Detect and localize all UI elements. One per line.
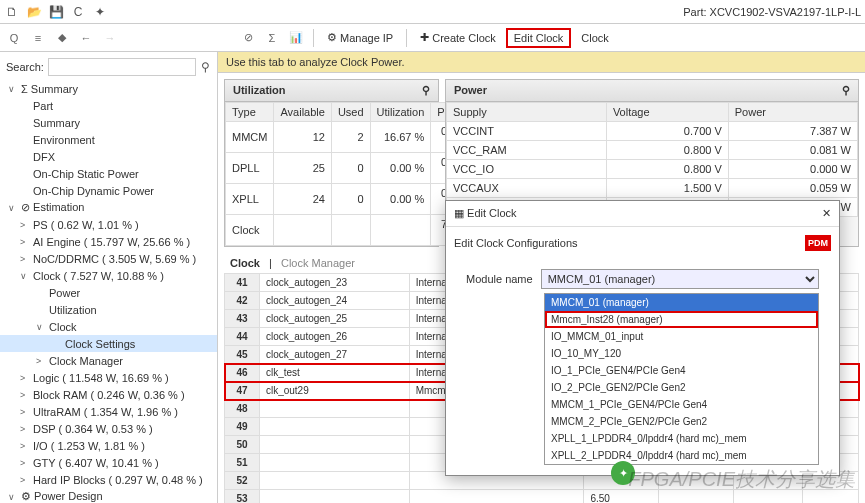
tree-node[interactable]: ∨⊘ Estimation — [0, 199, 217, 216]
search-icon[interactable]: ⚲ — [842, 84, 850, 97]
tree-node[interactable]: ∨Clock — [0, 318, 217, 335]
clock-label: Clock — [575, 30, 615, 46]
edit-clock-dialog: ▦ Edit Clock ✕ Edit Clock Configurations… — [445, 200, 840, 476]
search-input[interactable] — [48, 58, 196, 76]
sidebar: Search: ⚲ ∨Σ SummaryPartSummaryEnvironme… — [0, 52, 218, 503]
tree-node[interactable]: ∨Clock ( 7.527 W, 10.88 % ) — [0, 267, 217, 284]
dialog-title: ▦ Edit Clock — [454, 207, 517, 220]
dropdown-item[interactable]: Mmcm_Inst28 (manager) — [545, 311, 818, 328]
toolbar: Q ≡ ◆ ← → ⊘ Σ 📊 ⚙ Manage IP ✚ Create Clo… — [0, 24, 865, 52]
chart-icon[interactable]: 📊 — [286, 28, 306, 48]
tree-node[interactable]: >Clock Manager — [0, 352, 217, 369]
tree-node[interactable]: ∨⚙ Power Design — [0, 488, 217, 503]
hint-bar: Use this tab to analyze Clock Power. — [218, 52, 865, 73]
pdm-badge: PDM — [805, 235, 831, 251]
search-go-icon[interactable]: ⚲ — [200, 59, 211, 75]
tree-node[interactable]: >Logic ( 11.548 W, 16.69 % ) — [0, 369, 217, 386]
module-name-label: Module name — [466, 273, 533, 285]
tree-node[interactable]: Summary — [0, 114, 217, 131]
dropdown-item[interactable]: MMCM_1_PCIe_GEN4/PCIe Gen4 — [545, 396, 818, 413]
tree-node[interactable]: Power — [0, 284, 217, 301]
tool-icon[interactable]: ✦ — [92, 4, 108, 20]
collapse-icon[interactable]: ◆ — [52, 28, 72, 48]
search-icon[interactable]: ⚲ — [422, 84, 430, 97]
tree-node[interactable]: >Hard IP Blocks ( 0.297 W, 0.48 % ) — [0, 471, 217, 488]
create-clock-button[interactable]: ✚ Create Clock — [414, 29, 502, 46]
tree-node[interactable]: Utilization — [0, 301, 217, 318]
tree-node[interactable]: >DSP ( 0.364 W, 0.53 % ) — [0, 420, 217, 437]
tree-node[interactable]: On-Chip Dynamic Power — [0, 182, 217, 199]
part-label: Part: XCVC1902-VSVA2197-1LP-I-L — [683, 6, 861, 18]
tree-node[interactable]: >PS ( 0.62 W, 1.01 % ) — [0, 216, 217, 233]
tree-node[interactable]: Clock Settings — [0, 335, 217, 352]
forward-icon[interactable]: → — [100, 28, 120, 48]
back-icon[interactable]: ← — [76, 28, 96, 48]
dropdown-item[interactable]: XPLL_2_LPDDR4_0/lpddr4 (hard mc)_mem — [545, 447, 818, 464]
tree-node[interactable]: Environment — [0, 131, 217, 148]
sum-icon[interactable]: Σ — [262, 28, 282, 48]
dropdown-item[interactable]: XPLL_1_LPDDR4_0/lpddr4 (hard mc)_mem — [545, 430, 818, 447]
utilization-table: TypeAvailableUsedUtilizationPowerMMCM122… — [225, 102, 475, 246]
watermark: FPGA/PCIE技术分享选集 — [628, 466, 855, 493]
utilization-panel: Utilization⚲ TypeAvailableUsedUtilizatio… — [224, 79, 439, 247]
tree-node[interactable]: >AI Engine ( 15.797 W, 25.66 % ) — [0, 233, 217, 250]
tree-node[interactable]: On-Chip Static Power — [0, 165, 217, 182]
new-icon[interactable]: 🗋 — [4, 4, 20, 20]
dropdown-item[interactable]: MMCM_01 (manager) — [545, 294, 818, 311]
tree-node[interactable]: >NoC/DDRMC ( 3.505 W, 5.69 % ) — [0, 250, 217, 267]
module-name-select[interactable]: MMCM_01 (manager) — [541, 269, 819, 289]
tree-node[interactable]: DFX — [0, 148, 217, 165]
tree-node[interactable]: >GTY ( 6.407 W, 10.41 % ) — [0, 454, 217, 471]
dropdown-item[interactable]: IO_2_PCIe_GEN2/PCIe Gen2 — [545, 379, 818, 396]
dropdown-item[interactable]: IO_MMCM_01_input — [545, 328, 818, 345]
tree-node[interactable]: Part — [0, 97, 217, 114]
search-label: Search: — [6, 61, 44, 73]
tree-node[interactable]: >UltraRAM ( 1.354 W, 1.96 % ) — [0, 403, 217, 420]
open-icon[interactable]: 📂 — [26, 4, 42, 20]
nav-tree: ∨Σ SummaryPartSummaryEnvironmentDFXOn-Ch… — [0, 78, 217, 503]
edit-clock-button[interactable]: Edit Clock — [506, 28, 572, 48]
close-icon[interactable]: ✕ — [822, 207, 831, 220]
module-dropdown[interactable]: MMCM_01 (manager)Mmcm_Inst28 (manager)IO… — [544, 293, 819, 465]
dropdown-item[interactable]: IO_1_PCIe_GEN4/PCIe Gen4 — [545, 362, 818, 379]
sigma-icon[interactable]: ⊘ — [238, 28, 258, 48]
dropdown-item[interactable]: MMCM_2_PCIe_GEN2/PCIe Gen2 — [545, 413, 818, 430]
manage-ip-button[interactable]: ⚙ Manage IP — [321, 29, 399, 46]
tree-node[interactable]: >Block RAM ( 0.246 W, 0.36 % ) — [0, 386, 217, 403]
dropdown-item[interactable]: IO_10_MY_120 — [545, 345, 818, 362]
refresh-icon[interactable]: C — [70, 4, 86, 20]
top-menubar: 🗋 📂 💾 C ✦ Part: XCVC1902-VSVA2197-1LP-I-… — [0, 0, 865, 24]
expand-icon[interactable]: ≡ — [28, 28, 48, 48]
save-icon[interactable]: 💾 — [48, 4, 64, 20]
dialog-subtitle: Edit Clock Configurations — [454, 237, 578, 249]
tree-node[interactable]: >I/O ( 1.253 W, 1.81 % ) — [0, 437, 217, 454]
search-icon[interactable]: Q — [4, 28, 24, 48]
tree-node[interactable]: ∨Σ Summary — [0, 80, 217, 97]
